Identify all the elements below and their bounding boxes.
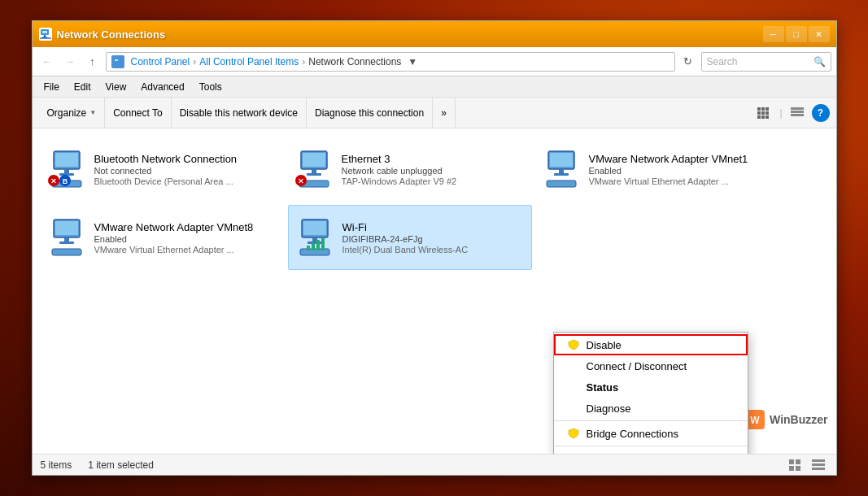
minimize-button[interactable]: ─ bbox=[763, 26, 784, 42]
help-button[interactable]: ? bbox=[812, 104, 830, 122]
connection-bluetooth[interactable]: ✕ B Bluetooth Network Connection Not con… bbox=[41, 137, 285, 202]
back-button[interactable]: ← bbox=[37, 52, 57, 72]
menu-view[interactable]: View bbox=[99, 80, 133, 94]
ctx-disable[interactable]: Disable bbox=[554, 334, 748, 355]
ctx-status-spacer bbox=[567, 381, 580, 394]
forward-button[interactable]: → bbox=[60, 52, 80, 72]
svg-rect-30 bbox=[312, 169, 316, 173]
ctx-status[interactable]: Status bbox=[554, 376, 748, 398]
svg-text:✕: ✕ bbox=[50, 177, 57, 185]
status-grid-view[interactable] bbox=[786, 458, 805, 472]
connection-wifi[interactable]: Wi-Fi DIGIFIBRA-24-eFJg Intel(R) Dual Ba… bbox=[288, 205, 532, 270]
ctx-bridge-label: Bridge Connections bbox=[587, 428, 678, 440]
path-control-panel[interactable]: Control Panel bbox=[131, 56, 190, 67]
address-path[interactable]: Control Panel › All Control Panel Items … bbox=[106, 52, 675, 72]
path-sep-2: › bbox=[302, 56, 305, 67]
organize-button[interactable]: Organize ▼ bbox=[39, 98, 106, 128]
vmnet1-info: VMware Network Adapter VMnet1 Enabled VM… bbox=[589, 153, 773, 186]
svg-rect-56 bbox=[789, 459, 794, 464]
organize-label: Organize bbox=[47, 107, 87, 119]
address-bar: ← → ↑ Control Panel › All Control Panel … bbox=[33, 47, 836, 76]
svg-rect-12 bbox=[765, 111, 769, 115]
ctx-diagnose-label: Diagnose bbox=[587, 402, 631, 415]
menu-tools[interactable]: Tools bbox=[193, 80, 229, 94]
change-view-button[interactable] bbox=[753, 102, 776, 124]
svg-rect-9 bbox=[765, 107, 769, 111]
svg-rect-51 bbox=[312, 243, 315, 250]
path-all-items[interactable]: All Control Panel Items bbox=[199, 56, 299, 67]
svg-rect-3 bbox=[42, 37, 47, 37]
window-controls: ─ □ ✕ bbox=[763, 26, 830, 42]
titlebar: Network Connections ─ □ ✕ bbox=[33, 21, 836, 47]
svg-rect-2 bbox=[44, 35, 46, 37]
svg-rect-29 bbox=[303, 153, 325, 167]
connect-to-button[interactable]: Connect To bbox=[105, 98, 172, 128]
toolbar: Organize ▼ Connect To Disable this netwo… bbox=[33, 98, 836, 128]
refresh-button[interactable]: ↻ bbox=[678, 52, 698, 72]
bluetooth-name: Bluetooth Network Connection bbox=[94, 153, 278, 165]
vmnet1-name: VMware Network Adapter VMnet1 bbox=[589, 153, 773, 165]
ethernet3-desc: TAP-Windows Adapter V9 #2 bbox=[342, 176, 504, 186]
path-network-connections[interactable]: Network Connections bbox=[308, 56, 401, 67]
ctx-connect-disconnect[interactable]: Connect / Disconnect bbox=[554, 355, 748, 376]
svg-rect-16 bbox=[791, 107, 804, 110]
ctx-shortcut[interactable]: Create Shortcut bbox=[554, 448, 748, 454]
svg-rect-42 bbox=[64, 237, 69, 241]
menu-edit[interactable]: Edit bbox=[68, 80, 98, 94]
svg-rect-58 bbox=[789, 466, 794, 471]
ethernet3-info: Ethernet 3 Network cable unplugged TAP-W… bbox=[342, 153, 526, 186]
connection-vmnet1[interactable]: VMware Network Adapter VMnet1 Enabled VM… bbox=[535, 137, 779, 202]
bluetooth-desc: Bluetooth Device (Personal Area ... bbox=[94, 176, 257, 186]
vmnet1-icon bbox=[542, 150, 581, 189]
svg-rect-41 bbox=[55, 221, 78, 235]
diagnose-connection-button[interactable]: Diagnose this connection bbox=[307, 98, 433, 128]
path-sep-1: › bbox=[193, 56, 196, 67]
search-box[interactable]: Search 🔍 bbox=[701, 52, 831, 72]
svg-rect-48 bbox=[308, 241, 322, 244]
ctx-status-label: Status bbox=[587, 381, 619, 394]
svg-rect-53 bbox=[321, 237, 325, 250]
vmnet1-status: Enabled bbox=[589, 166, 773, 176]
address-dropdown-arrow[interactable]: ▼ bbox=[408, 56, 417, 67]
ctx-shortcut-spacer bbox=[567, 452, 580, 454]
vmnet8-icon bbox=[47, 218, 86, 257]
ctx-sep-1 bbox=[554, 420, 748, 421]
ctx-connect-spacer bbox=[567, 359, 580, 372]
svg-rect-20 bbox=[55, 153, 78, 167]
connect-to-label: Connect To bbox=[113, 107, 163, 119]
svg-rect-61 bbox=[812, 463, 825, 466]
svg-rect-37 bbox=[559, 169, 564, 173]
svg-rect-13 bbox=[757, 115, 761, 119]
svg-rect-44 bbox=[52, 249, 81, 255]
wifi-ssid: DIGIFIBRA-24-eFJg bbox=[342, 234, 525, 244]
ctx-diagnose[interactable]: Diagnose bbox=[554, 398, 748, 419]
status-list-view[interactable] bbox=[809, 458, 828, 472]
menu-file[interactable]: File bbox=[37, 80, 66, 94]
more-button[interactable]: » bbox=[433, 98, 456, 128]
connection-ethernet3[interactable]: ✕ Ethernet 3 Network cable unplugged TAP… bbox=[288, 137, 532, 202]
ethernet3-icon: ✕ bbox=[294, 150, 334, 189]
ctx-shortcut-label: Create Shortcut bbox=[587, 453, 661, 455]
vmnet8-info: VMware Network Adapter VMnet8 Enabled VM… bbox=[94, 221, 278, 255]
search-icon: 🔍 bbox=[813, 56, 826, 67]
svg-rect-1 bbox=[42, 31, 47, 33]
ctx-connect-label: Connect / Disconnect bbox=[587, 360, 687, 372]
menu-advanced[interactable]: Advanced bbox=[134, 80, 190, 94]
details-view-button[interactable] bbox=[786, 102, 809, 124]
close-button[interactable]: ✕ bbox=[809, 26, 830, 42]
disable-network-button[interactable]: Disable this network device bbox=[172, 98, 307, 128]
svg-rect-8 bbox=[761, 107, 765, 111]
connection-vmnet8[interactable]: VMware Network Adapter VMnet8 Enabled VM… bbox=[41, 205, 285, 270]
ctx-bridge[interactable]: Bridge Connections bbox=[554, 423, 748, 444]
winbuzzer-label: WinBuzzer bbox=[770, 413, 827, 426]
main-window: Network Connections ─ □ ✕ ← → ↑ Control … bbox=[32, 20, 837, 476]
up-button[interactable]: ↑ bbox=[83, 52, 103, 72]
svg-rect-17 bbox=[791, 111, 804, 113]
svg-rect-15 bbox=[765, 115, 769, 119]
ethernet3-name: Ethernet 3 bbox=[342, 153, 526, 165]
status-bar: 5 items 1 item selected bbox=[33, 454, 836, 475]
svg-rect-62 bbox=[812, 468, 825, 470]
vmnet8-name: VMware Network Adapter VMnet8 bbox=[94, 221, 278, 233]
maximize-button[interactable]: □ bbox=[786, 26, 807, 42]
bluetooth-icon: ✕ B bbox=[47, 150, 86, 189]
